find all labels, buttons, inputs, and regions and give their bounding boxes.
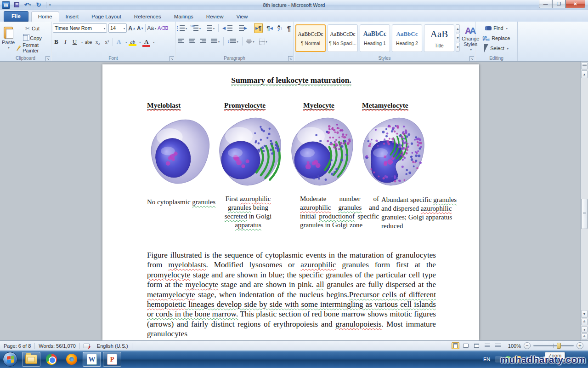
tab-review[interactable]: Review [200, 12, 230, 22]
taskbar-chrome-button[interactable] [42, 352, 61, 367]
align-left-button[interactable] [177, 36, 185, 46]
draft-view-button[interactable] [494, 342, 502, 349]
increase-indent-button[interactable]: ▶ [236, 23, 248, 33]
style-normal[interactable]: AaBbCcDc ¶ Normal [295, 24, 326, 52]
decrease-indent-icon [227, 25, 232, 31]
select-button[interactable]: Select▾ [477, 44, 516, 52]
zoom-slider[interactable] [533, 345, 574, 346]
document-page[interactable]: Summary of leukocyte maturation. Myelobl… [102, 64, 479, 340]
tab-home[interactable]: Home [31, 12, 59, 22]
ruler-toggle-button[interactable] [581, 62, 588, 69]
scrollbar-thumb[interactable] [581, 199, 588, 229]
borders-button[interactable]: ▾ [258, 36, 268, 46]
close-button[interactable]: ✕ [565, 0, 585, 8]
styles-scroll-down[interactable]: ▼ [456, 34, 460, 42]
tab-references[interactable]: References [128, 12, 168, 22]
tab-page-layout[interactable]: Page Layout [85, 12, 128, 22]
restore-button[interactable]: ❐ [552, 0, 565, 8]
print-layout-view-button[interactable] [452, 342, 459, 349]
decrease-indent-button[interactable]: ◀ [221, 23, 233, 33]
scroll-down-button[interactable]: ▼ [581, 310, 588, 318]
strikethrough-button[interactable]: abe [85, 39, 92, 45]
clear-formatting-button[interactable]: A⌫ [158, 25, 168, 31]
caption-metamyelocyte: Abundant specific granules and dispersed… [381, 196, 457, 230]
line-spacing-button[interactable]: ↕▾ [226, 36, 239, 46]
bold-button[interactable]: B [53, 38, 60, 46]
spellcheck-status[interactable] [80, 341, 93, 351]
justify-button[interactable]: ▾ [210, 36, 220, 46]
page-indicator[interactable]: Page: 6 of 8 [0, 341, 34, 351]
web-layout-view-button[interactable] [473, 342, 481, 349]
next-page-button[interactable]: ≚ [581, 334, 588, 340]
grow-font-button[interactable]: A▲ [128, 25, 136, 32]
format-painter-button[interactable]: Format Painter [15, 44, 50, 52]
styles-dialog-launcher[interactable]: ↘ [469, 56, 474, 61]
font-color-button[interactable]: A [143, 38, 150, 46]
right-to-left-button[interactable]: ¶◀ [266, 23, 273, 33]
document-body-paragraph: Figure illustrated is the sequence of cy… [147, 250, 436, 339]
bullets-button[interactable]: ▾ [177, 23, 188, 33]
font-dialog-launcher[interactable]: ↘ [170, 56, 174, 61]
firefox-icon [66, 354, 77, 365]
font-name-combo[interactable]: Times New Rom▾ [53, 23, 107, 33]
multilevel-list-icon [207, 25, 212, 31]
reading-view-icon [463, 344, 469, 348]
multilevel-list-button[interactable]: ▾ [204, 23, 215, 33]
numbering-button[interactable]: ▾ [191, 23, 202, 33]
shrink-font-button[interactable]: A▼ [137, 25, 144, 31]
paste-dropdown-icon: ▾ [8, 46, 10, 49]
zoom-level[interactable]: 100% [508, 343, 521, 349]
style-heading-1[interactable]: AaBbCc Heading 1 [360, 24, 390, 52]
zoom-in-button[interactable]: + [577, 342, 583, 349]
show-hide-pilcrow-button[interactable]: ¶ [286, 23, 292, 33]
clipboard-dialog-launcher[interactable]: ↘ [45, 56, 50, 61]
styles-scroll-up[interactable]: ▲ [456, 24, 460, 33]
taskbar-powerpoint-button[interactable]: P [103, 352, 121, 367]
scrollbar-track[interactable] [581, 79, 588, 310]
align-center-icon [189, 39, 195, 44]
taskbar-explorer-button[interactable] [22, 352, 40, 367]
style-no-spacing[interactable]: AaBbCcDc ¶ No Spaci... [328, 24, 358, 52]
tab-insert[interactable]: Insert [59, 12, 85, 22]
zoom-slider-thumb[interactable] [557, 343, 561, 349]
find-button[interactable]: Find▾ [477, 24, 516, 32]
scroll-up-button[interactable]: ▲ [581, 70, 588, 78]
tab-file[interactable]: File [4, 11, 28, 22]
italic-button[interactable]: I [62, 38, 69, 46]
superscript-button[interactable]: x² [103, 39, 110, 45]
previous-page-button[interactable]: ≙ [581, 319, 588, 325]
paste-button[interactable]: Paste ▾ [1, 23, 15, 53]
shading-button[interactable]: ▾ [245, 36, 255, 46]
font-size-combo[interactable]: 14▾ [108, 23, 127, 33]
minimize-button[interactable]: — [539, 0, 552, 8]
taskbar-firefox-button[interactable] [62, 352, 81, 367]
highlight-button[interactable]: ab [129, 39, 136, 45]
paragraph-dialog-launcher[interactable]: ↘ [288, 56, 293, 61]
replace-button[interactable]: ab⇄acReplace [477, 34, 516, 42]
left-to-right-button[interactable]: ▶¶ [254, 23, 263, 33]
align-center-button[interactable] [188, 36, 196, 46]
style-title[interactable]: AaB Title [424, 24, 454, 52]
styles-more-button[interactable]: ▼̲ [456, 43, 460, 52]
start-button[interactable] [3, 352, 17, 367]
text-effects-button[interactable]: A [115, 38, 122, 46]
browse-object-button[interactable]: ● [581, 326, 588, 333]
subscript-button[interactable]: x₂ [94, 39, 101, 45]
align-right-button[interactable] [199, 36, 207, 46]
vertical-scrollbar[interactable]: ▲ ▼ ≙ ● ≚ [580, 62, 588, 340]
sort-button[interactable]: AZ↓ [277, 23, 283, 33]
cut-button[interactable]: ✂Cut [15, 24, 50, 33]
word-count[interactable]: Words: 56/1,070 [35, 341, 79, 351]
zoom-out-button[interactable]: − [524, 342, 531, 349]
language-bar[interactable]: EN [481, 356, 492, 363]
outline-view-button[interactable] [483, 342, 491, 349]
tab-view[interactable]: View [230, 12, 254, 22]
language-indicator[interactable]: English (U.S.) [93, 341, 132, 351]
change-case-button[interactable]: Aa▾ [147, 25, 156, 31]
taskbar-word-button[interactable]: W [83, 352, 101, 367]
style-heading-2[interactable]: AaBbCc Heading 2 [392, 24, 422, 52]
copy-button[interactable]: Copy [15, 34, 50, 42]
tab-mailings[interactable]: Mailings [168, 12, 200, 22]
fullscreen-reading-view-button[interactable] [462, 342, 470, 349]
underline-button[interactable]: U [71, 38, 78, 46]
